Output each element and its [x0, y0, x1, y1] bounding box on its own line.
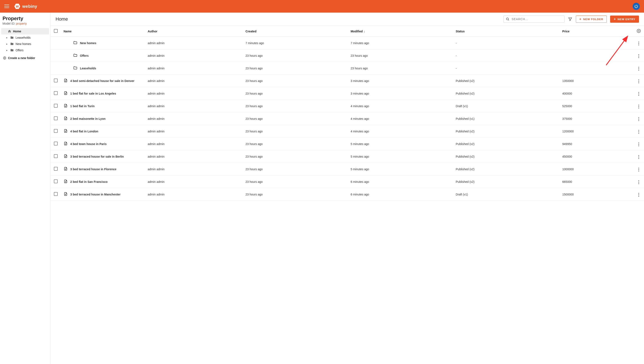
table-row[interactable]: 3 bed terraced house in Florenceadmin ad… — [51, 163, 644, 176]
row-actions-button[interactable] — [637, 192, 640, 198]
row-author: admin admin — [145, 188, 243, 201]
row-checkbox[interactable] — [54, 142, 58, 146]
table-row[interactable]: New homesadmin admin7 minutes ago7 minut… — [51, 37, 644, 50]
menu-button[interactable] — [4, 4, 9, 9]
search-box[interactable] — [503, 16, 564, 23]
document-icon — [64, 129, 68, 134]
row-actions-button[interactable] — [637, 154, 640, 160]
column-status[interactable]: Status — [453, 26, 560, 37]
row-created: 23 hours ago — [243, 100, 348, 112]
row-author: admin admin — [145, 74, 243, 87]
power-button[interactable] — [633, 3, 640, 10]
sidebar-item-label: Offers — [16, 48, 24, 52]
filter-button[interactable] — [568, 17, 572, 22]
new-entry-button[interactable]: + NEW ENTRY — [610, 16, 639, 23]
row-checkbox[interactable] — [54, 129, 58, 133]
row-actions-button[interactable] — [637, 66, 640, 72]
column-modified[interactable]: Modified↓ — [348, 26, 453, 37]
row-created: 23 hours ago — [243, 176, 348, 188]
row-created: 23 hours ago — [243, 74, 348, 87]
new-folder-button[interactable]: + NEW FOLDER — [576, 16, 607, 23]
gear-icon[interactable] — [637, 29, 641, 33]
table-row[interactable]: 4 bed flat in Londonadmin admin23 hours … — [51, 125, 644, 138]
page-title: Home — [56, 16, 68, 22]
table-row[interactable]: 4 bed town house in Parisadmin admin23 h… — [51, 138, 644, 150]
chevron-right-icon: ▸ — [6, 36, 9, 39]
row-actions-button[interactable] — [637, 78, 640, 84]
table-row[interactable]: 1 bed flat in Turinadmin admin23 hours a… — [51, 100, 644, 112]
table-row[interactable]: 2 bed flat in San Franciscoadmin admin23… — [51, 176, 644, 188]
folder-icon — [73, 53, 77, 58]
sidebar-item-new-homes[interactable]: ▸New homes — [1, 41, 49, 47]
sidebar-item-offers[interactable]: ▸Offers — [1, 47, 49, 54]
row-price: 949950 — [560, 138, 633, 150]
row-author: admin admin — [145, 50, 243, 62]
table-row[interactable]: 4 bed semi-detached house for sale in De… — [51, 74, 644, 87]
row-checkbox[interactable] — [54, 192, 58, 196]
row-status: Draft (v1) — [453, 188, 560, 201]
row-checkbox[interactable] — [54, 116, 58, 120]
row-actions-button[interactable] — [637, 116, 640, 122]
row-actions-button[interactable] — [637, 54, 640, 59]
row-created: 23 hours ago — [243, 62, 348, 74]
row-checkbox[interactable] — [54, 78, 58, 82]
row-actions-button[interactable] — [637, 41, 640, 46]
document-icon — [64, 192, 68, 197]
row-name: New homes — [80, 42, 96, 45]
column-settings — [633, 26, 644, 37]
table-row[interactable]: 2 bed maisonette in Lyonadmin admin23 ho… — [51, 112, 644, 125]
row-name: 3 bed terraced house for sale in Berlin — [70, 155, 124, 158]
chevron-right-icon: ▸ — [6, 42, 9, 46]
row-name: Offers — [80, 54, 89, 57]
sidebar-item-label: Home — [13, 30, 21, 33]
table-row[interactable]: Leaseholdsadmin admin23 hours ago23 hour… — [51, 62, 644, 74]
table-container[interactable]: Name Author Created Modified↓ Status Pri… — [51, 26, 644, 364]
row-actions-button[interactable] — [637, 180, 640, 185]
row-actions-button[interactable] — [637, 142, 640, 147]
column-created[interactable]: Created — [243, 26, 348, 37]
create-folder-button[interactable]: Create a new folder — [0, 54, 50, 62]
row-checkbox[interactable] — [54, 167, 58, 171]
row-actions-button[interactable] — [637, 129, 640, 134]
column-price[interactable]: Price — [560, 26, 633, 37]
sidebar-item-home[interactable]: Home — [1, 28, 49, 34]
row-checkbox[interactable] — [54, 91, 58, 95]
row-checkbox[interactable] — [54, 180, 58, 183]
select-all-checkbox[interactable] — [54, 29, 58, 33]
brand[interactable]: w webiny — [14, 3, 37, 9]
row-name: 2 bed maisonette in Lyon — [70, 117, 106, 120]
row-actions-button[interactable] — [637, 167, 640, 172]
row-modified: 5 minutes ago — [348, 163, 453, 176]
row-price — [560, 50, 633, 62]
row-author: admin admin — [145, 87, 243, 100]
brand-name: webiny — [22, 4, 37, 9]
row-price: 1000000 — [560, 163, 633, 176]
table-row[interactable]: 3 bed terraced house for sale in Berlina… — [51, 150, 644, 163]
row-price: 400000 — [560, 87, 633, 100]
row-price: 450000 — [560, 150, 633, 163]
column-checkbox — [51, 26, 61, 37]
column-name[interactable]: Name — [61, 26, 145, 37]
search-input[interactable] — [512, 18, 562, 21]
document-icon — [64, 179, 68, 184]
document-icon — [64, 78, 68, 83]
column-author[interactable]: Author — [145, 26, 243, 37]
table-row[interactable]: Offersadmin admin23 hours ago23 hours ag… — [51, 50, 644, 62]
row-status: Published (v2) — [453, 150, 560, 163]
row-modified: 5 minutes ago — [348, 150, 453, 163]
row-price — [560, 37, 633, 50]
row-checkbox[interactable] — [54, 154, 58, 158]
row-created: 23 hours ago — [243, 138, 348, 150]
table-row[interactable]: 3 bed terraced house in Manchesteradmin … — [51, 188, 644, 201]
row-actions-button[interactable] — [637, 91, 640, 97]
row-actions-button[interactable] — [637, 104, 640, 109]
content-header: Home + NEW FOLDER + NEW ENTRY — [51, 12, 644, 26]
folder-icon — [73, 40, 77, 46]
row-status: Published (v2) — [453, 176, 560, 188]
row-checkbox[interactable] — [54, 104, 58, 108]
row-name: 4 bed town house in Paris — [70, 142, 107, 146]
sidebar-item-leaseholds[interactable]: ▸Leaseholds — [1, 34, 49, 41]
row-created: 7 minutes ago — [243, 37, 348, 50]
plus-icon: + — [579, 18, 581, 21]
table-row[interactable]: 1 bed flat for sale in Los Angelesadmin … — [51, 87, 644, 100]
